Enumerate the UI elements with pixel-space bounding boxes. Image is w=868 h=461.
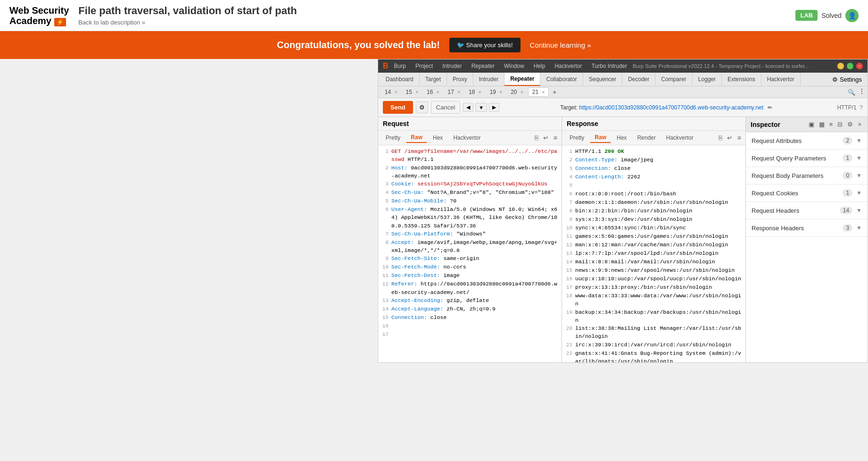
inspector-query-params[interactable]: Request Query Parameters 1 ▼ bbox=[746, 150, 868, 167]
num-tab-20[interactable]: 20 × bbox=[507, 88, 527, 96]
inspector-settings-icon[interactable]: ⚙ bbox=[846, 120, 854, 129]
inspector-view-icon2[interactable]: ▦ bbox=[818, 120, 826, 129]
menu-turbo-intruder[interactable]: Turbo Intruder bbox=[589, 62, 629, 70]
inspector-request-headers[interactable]: Request Headers 14 ▼ bbox=[746, 202, 868, 219]
tab-dashboard[interactable]: Dashboard bbox=[380, 73, 420, 85]
resp-tab-hackvertor[interactable]: Hackvertor bbox=[661, 133, 698, 142]
panel-tab-icons: ⎘ ↵ ≡ bbox=[533, 133, 559, 142]
num-tab-21[interactable]: 21 × bbox=[528, 87, 549, 97]
inspector-request-attributes[interactable]: Request Attributes 2 ▼ bbox=[746, 132, 868, 150]
inspector-response-headers[interactable]: Response Headers 3 ▼ bbox=[746, 219, 868, 237]
resp-tab-render[interactable]: Render bbox=[632, 133, 660, 142]
inspector-view-icon1[interactable]: ▣ bbox=[807, 120, 816, 129]
inspector-cookies[interactable]: Request Cookies 1 ▼ bbox=[746, 184, 868, 202]
num-tab-18[interactable]: 18 × bbox=[465, 88, 485, 96]
req-line-8: 8 Accept: image/avif,image/webp,image/ap… bbox=[378, 238, 562, 255]
response-code-area[interactable]: 1 HTTP/1.1 200 OK 2 Content-Type: image/… bbox=[562, 145, 745, 362]
req-tab-pretty[interactable]: Pretty bbox=[381, 133, 405, 142]
inspector-sort-icon[interactable]: ≡ bbox=[828, 120, 835, 129]
resp-tab-raw[interactable]: Raw bbox=[590, 133, 611, 143]
tab-search-icon[interactable]: 🔍 bbox=[846, 88, 857, 97]
menu-burp[interactable]: Burp bbox=[392, 62, 408, 70]
tab-comparer[interactable]: Comparer bbox=[655, 73, 692, 85]
req-line-11: 11 Sec-Fetch-Dest: image bbox=[378, 271, 562, 280]
req-line-5: 5 Sec-Ch-Ua-Mobile: ?0 bbox=[378, 197, 562, 205]
inspector-close-icon[interactable]: × bbox=[856, 120, 863, 129]
resp-line-10: 10 sync:x:4:65534:sync:/bin:/bin/sync bbox=[562, 224, 745, 232]
num-tab-14[interactable]: 14 × bbox=[381, 88, 401, 96]
req-tab-raw[interactable]: Raw bbox=[406, 133, 427, 143]
repeater-num-tabs: 14 × 15 × 16 × 17 × 18 × 19 × 20 × 21 × … bbox=[378, 86, 868, 98]
nav-buttons: ◀ ▼ ▶ bbox=[463, 103, 499, 112]
inspector-query-params-count: 1 bbox=[843, 154, 852, 162]
send-button[interactable]: Send bbox=[383, 101, 413, 114]
inspector-request-attributes-chevron: ▼ bbox=[856, 137, 862, 144]
resp-line-5: 5 bbox=[562, 181, 745, 190]
nav-down-button[interactable]: ▼ bbox=[475, 103, 487, 112]
request-panel: Request Pretty Raw Hex Hackvertor ⎘ ↵ ≡ … bbox=[378, 117, 562, 362]
req-tab-hackvertor[interactable]: Hackvertor bbox=[448, 133, 485, 142]
more-icon[interactable]: ≡ bbox=[552, 133, 559, 142]
menu-intruder[interactable]: Intruder bbox=[440, 62, 463, 70]
burp-window: B Burp Project Intruder Repeater Window … bbox=[378, 59, 868, 363]
resp-copy-icon[interactable]: ⎘ bbox=[717, 133, 724, 142]
resp-more-icon[interactable]: ≡ bbox=[736, 133, 743, 142]
nav-forward-button[interactable]: ▶ bbox=[489, 103, 499, 112]
burp-titlebar-left: B Burp Project Intruder Repeater Window … bbox=[383, 62, 809, 70]
back-to-lab-link[interactable]: Back to lab description » bbox=[78, 19, 786, 26]
inspector-header: Inspector ▣ ▦ ≡ ⊟ ⚙ × bbox=[746, 117, 868, 132]
minimize-button[interactable]: – bbox=[837, 63, 844, 69]
logo: Web SecurityAcademy ⚡ bbox=[9, 5, 69, 26]
nav-back-button[interactable]: ◀ bbox=[463, 103, 473, 112]
wrap-icon[interactable]: ↵ bbox=[542, 133, 550, 142]
target-url-link[interactable]: https://0acd001303d92880c0991a47007700d6… bbox=[579, 104, 763, 111]
inspector-body-params[interactable]: Request Body Parameters 0 ▼ bbox=[746, 167, 868, 184]
resp-tab-hex[interactable]: Hex bbox=[612, 133, 631, 142]
num-tab-19[interactable]: 19 × bbox=[486, 88, 506, 96]
menu-repeater[interactable]: Repeater bbox=[470, 62, 496, 70]
num-tab-15[interactable]: 15 × bbox=[402, 88, 422, 96]
share-button[interactable]: 🐦 Share your skills! bbox=[449, 38, 521, 52]
num-tab-16[interactable]: 16 × bbox=[423, 88, 443, 96]
tab-target[interactable]: Target bbox=[420, 73, 447, 85]
tab-intruder[interactable]: Intruder bbox=[473, 73, 504, 85]
inspector-body-params-count: 0 bbox=[843, 172, 852, 179]
maximize-button[interactable]: □ bbox=[847, 63, 853, 69]
menu-hackvertor[interactable]: Hackvertor bbox=[553, 62, 584, 70]
resp-line-16: 16 uucp:x:10:10:uucp:/var/spool/uucp:/us… bbox=[562, 275, 745, 283]
copy-icon[interactable]: ⎘ bbox=[533, 133, 540, 142]
resp-wrap-icon[interactable]: ↵ bbox=[726, 133, 734, 142]
edit-url-icon[interactable]: ✏ bbox=[768, 104, 772, 111]
tab-logger[interactable]: Logger bbox=[693, 73, 722, 85]
request-code-area[interactable]: 1 GET /image?filename=/var/www/images/..… bbox=[378, 145, 562, 362]
menu-help[interactable]: Help bbox=[532, 62, 547, 70]
tab-sequencer[interactable]: Sequencer bbox=[583, 73, 622, 85]
tab-collaborator[interactable]: Collaborator bbox=[540, 73, 583, 85]
resp-line-1: 1 HTTP/1.1 200 OK bbox=[562, 147, 745, 156]
send-options-button[interactable]: ⚙ bbox=[416, 101, 428, 113]
tab-hackvertor[interactable]: Hackvertor bbox=[761, 73, 801, 85]
tab-menu-icon[interactable]: ⋮ bbox=[859, 88, 865, 97]
inspector-panel: Inspector ▣ ▦ ≡ ⊟ ⚙ × Request Attributes… bbox=[746, 117, 868, 362]
solved-text: Solved bbox=[821, 12, 842, 19]
inspector-response-headers-chevron: ▼ bbox=[856, 225, 862, 231]
user-avatar[interactable]: 👤 bbox=[845, 9, 859, 22]
inspector-divider-icon[interactable]: ⊟ bbox=[836, 120, 844, 129]
continue-learning-link[interactable]: Continue learning » bbox=[530, 41, 591, 49]
menu-window[interactable]: Window bbox=[502, 62, 526, 70]
close-button[interactable]: × bbox=[856, 63, 863, 69]
resp-line-8: 8 bin:x:2:2:bin:/bin:/usr/sbin/nologin bbox=[562, 207, 745, 215]
add-tab-button[interactable]: + bbox=[550, 87, 559, 97]
tab-proxy[interactable]: Proxy bbox=[447, 73, 473, 85]
req-tab-hex[interactable]: Hex bbox=[428, 133, 447, 142]
tab-extensions[interactable]: Extensions bbox=[722, 73, 761, 85]
resp-tab-pretty[interactable]: Pretty bbox=[565, 133, 589, 142]
tab-repeater[interactable]: Repeater bbox=[504, 73, 540, 86]
cancel-button[interactable]: Cancel bbox=[431, 101, 460, 114]
settings-button[interactable]: ⚙ Settings bbox=[828, 74, 866, 85]
num-tab-17[interactable]: 17 × bbox=[444, 88, 464, 96]
menu-project[interactable]: Project bbox=[413, 62, 435, 70]
tab-decoder[interactable]: Decoder bbox=[622, 73, 655, 85]
http-help-icon[interactable]: ? bbox=[860, 104, 863, 111]
resp-line-4: 4 Content-Length: 2262 bbox=[562, 173, 745, 181]
